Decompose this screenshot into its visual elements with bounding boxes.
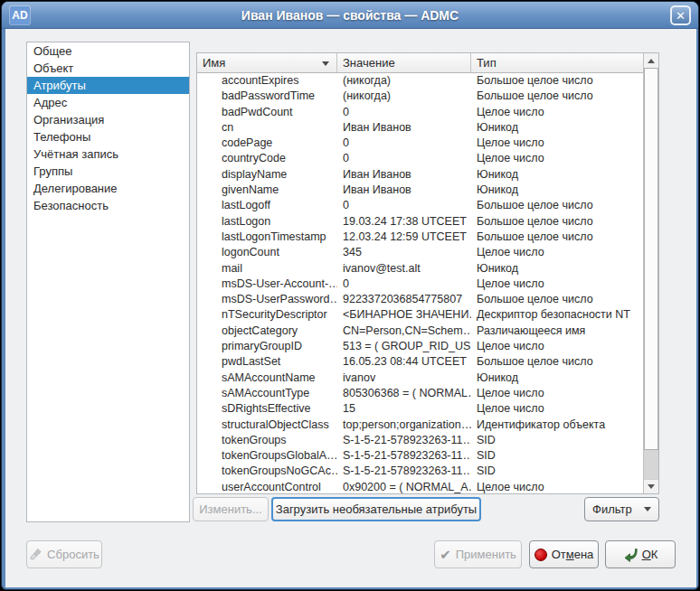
attribute-value: S-1-5-21-578923263-11… — [337, 433, 471, 448]
sidebar-item[interactable]: Учётная запись — [27, 145, 189, 163]
table-row[interactable]: structuralObjectClass top;person;organiz… — [197, 417, 643, 433]
table-row[interactable]: objectCategory CN=Person,CN=Schem… Разли… — [197, 324, 643, 339]
attribute-type: Различающееся имя — [471, 324, 643, 339]
attribute-name: nTSecurityDescriptor — [197, 307, 337, 323]
attribute-name: msDS-UserPassword… — [197, 292, 337, 307]
attribute-value: 0 — [337, 277, 471, 292]
scrollbar-thumb[interactable] — [644, 68, 658, 450]
table-row[interactable]: logonCount 345 Целое число — [197, 245, 643, 260]
attribute-name: sAMAccountType — [197, 386, 337, 401]
table-row[interactable]: tokenGroups S-1-5-21-578923263-11… SID — [197, 433, 643, 448]
table-row[interactable]: codePage 0 Целое число — [197, 136, 643, 151]
attribute-name: structuralObjectClass — [197, 417, 337, 433]
attribute-name: userAccountControl — [197, 480, 337, 493]
table-row[interactable]: accountExpires (никогда) Большое целое ч… — [197, 73, 643, 89]
table-row[interactable]: mail ivanov@test.alt Юникод — [197, 261, 643, 277]
table-row[interactable]: cn Иван Иванов Юникод — [197, 120, 643, 136]
attribute-name: msDS-User-Account-… — [197, 277, 337, 292]
attribute-value: Иван Иванов — [337, 183, 471, 198]
attribute-name: countryCode — [197, 151, 337, 166]
attribute-value: Иван Иванов — [337, 167, 471, 183]
table-row[interactable]: msDS-User-Account-… 0 Целое число — [197, 277, 643, 292]
column-header-value[interactable]: Значение — [337, 53, 471, 72]
attribute-value: S-1-5-21-578923263-11… — [337, 464, 471, 479]
table-row[interactable]: tokenGroupsGlobalA… S-1-5-21-578923263-1… — [197, 448, 643, 464]
table-row[interactable]: displayName Иван Иванов Юникод — [197, 167, 643, 183]
titlebar[interactable]: AD Иван Иванов — свойства — ADMC ✕ — [2, 2, 698, 29]
attribute-type: Целое число — [471, 386, 643, 401]
table-row[interactable]: sAMAccountName ivanov Юникод — [197, 371, 643, 386]
attribute-value: top;person;organization… — [337, 417, 471, 433]
table-row[interactable]: lastLogon 19.03.24 17:38 UTCEET Большое … — [197, 214, 643, 230]
table-row[interactable]: tokenGroupsNoGCAc… S-1-5-21-578923263-11… — [197, 464, 643, 479]
scroll-up-icon[interactable] — [644, 53, 658, 68]
table-row[interactable]: lastLogoff 0 Большое целое число — [197, 198, 643, 213]
attribute-type: Целое число — [471, 480, 643, 493]
attribute-type: Юникод — [471, 120, 643, 136]
window-title: Иван Иванов — свойства — ADMC — [2, 8, 698, 23]
column-header-name[interactable]: Имя — [197, 53, 337, 72]
reset-button[interactable]: Сбросить — [26, 540, 102, 568]
attribute-value: 0 — [337, 151, 471, 166]
sidebar-item[interactable]: Общее — [27, 42, 189, 60]
apply-button[interactable]: ✔ Применить — [434, 540, 522, 568]
sidebar-item[interactable]: Адрес — [27, 94, 189, 111]
ok-label: ОК — [642, 548, 658, 561]
sidebar-item[interactable]: Делегирование — [27, 180, 189, 197]
attribute-type: Дескриптор безопасности NT — [471, 307, 643, 323]
attribute-value: 0 — [337, 136, 471, 151]
table-row[interactable]: lastLogonTimestamp 12.03.24 12:59 UTCEET… — [197, 230, 643, 245]
attribute-value: CN=Person,CN=Schem… — [337, 324, 471, 339]
sidebar-item[interactable]: Безопасность — [27, 197, 189, 214]
sort-desc-icon — [322, 61, 329, 66]
attribute-value: Иван Иванов — [337, 120, 471, 136]
table-row[interactable]: primaryGroupID 513 = ( GROUP_RID_US… Цел… — [197, 339, 643, 354]
table-row[interactable]: badPwdCount 0 Целое число — [197, 105, 643, 120]
check-icon: ✔ — [440, 548, 451, 561]
filter-dropdown-button[interactable]: Фильтр — [584, 497, 659, 521]
table-row[interactable]: userAccountControl 0x90200 = ( NORMAL_A…… — [197, 480, 643, 493]
table-row[interactable]: pwdLastSet 16.05.23 08:44 UTCEET Большое… — [197, 354, 643, 370]
attribute-name: displayName — [197, 167, 337, 183]
load-optional-attributes-button[interactable]: Загрузить необязательные атрибуты — [271, 497, 481, 521]
table-row[interactable]: badPasswordTime (никогда) Большое целое … — [197, 89, 643, 104]
attribute-type: Юникод — [471, 167, 643, 183]
scrollbar-track[interactable] — [644, 68, 658, 479]
properties-dialog-window: AD Иван Иванов — свойства — ADMC ✕ Общее… — [1, 1, 699, 590]
attribute-value: 9223372036854775807 — [337, 292, 471, 307]
attributes-table: Имя Значение Тип accountExpires (никогда… — [196, 52, 659, 494]
vertical-scrollbar[interactable] — [643, 53, 658, 493]
attribute-type: Идентификатор объекта — [471, 417, 643, 433]
table-row[interactable]: nTSecurityDescriptor <БИНАРНОЕ ЗНАЧЕНИ… … — [197, 307, 643, 323]
edit-button[interactable]: Изменить... — [193, 497, 269, 521]
table-row[interactable]: msDS-UserPassword… 9223372036854775807 Б… — [197, 292, 643, 307]
attribute-value: (никогда) — [337, 89, 471, 104]
close-icon[interactable]: ✕ — [670, 5, 691, 25]
sidebar-item[interactable]: Атрибуты — [27, 77, 189, 94]
attribute-value: (никогда) — [337, 73, 471, 89]
attribute-rows: accountExpires (никогда) Большое целое ч… — [197, 73, 643, 493]
scroll-down-icon[interactable] — [644, 479, 658, 493]
attribute-type: SID — [471, 448, 643, 464]
table-row[interactable]: countryCode 0 Целое число — [197, 151, 643, 166]
cancel-label: Отмена — [552, 548, 594, 561]
sidebar-item[interactable]: Организация — [27, 111, 189, 128]
attribute-value: 345 — [337, 245, 471, 260]
table-row[interactable]: sAMAccountType 805306368 = ( NORMAL… Цел… — [197, 386, 643, 401]
attribute-type: SID — [471, 464, 643, 479]
table-row[interactable]: sDRightsEffective 15 Целое число — [197, 401, 643, 417]
dialog-body: Общее Объект Атрибуты Адрес Организация … — [5, 29, 696, 587]
table-row[interactable]: givenName Иван Иванов Юникод — [197, 183, 643, 198]
attribute-name: sDRightsEffective — [197, 401, 337, 417]
sidebar-item[interactable]: Телефоны — [27, 128, 189, 145]
column-header-type[interactable]: Тип — [471, 53, 643, 72]
attribute-name: badPwdCount — [197, 105, 337, 120]
ok-button[interactable]: ОК — [605, 540, 676, 568]
cancel-button[interactable]: Отмена — [529, 540, 599, 568]
sidebar-item[interactable]: Объект — [27, 60, 189, 77]
attribute-type: Юникод — [471, 183, 643, 198]
attribute-value: 0 — [337, 105, 471, 120]
attribute-name: mail — [197, 261, 337, 277]
sidebar-item[interactable]: Группы — [27, 163, 189, 180]
table-header: Имя Значение Тип — [197, 53, 643, 73]
